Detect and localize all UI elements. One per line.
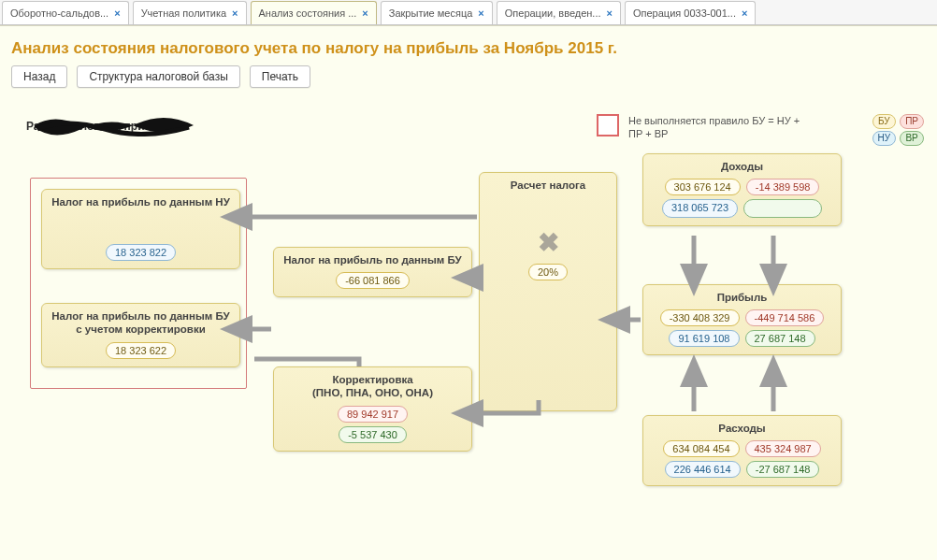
- legend-bu: БУ: [872, 114, 897, 129]
- value-bu: 634 084 454: [663, 440, 739, 457]
- value-pr: 89 942 917: [338, 406, 408, 423]
- value-nu: 226 446 614: [665, 461, 741, 478]
- block-calc[interactable]: Расчет налога ✖ 20%: [479, 172, 617, 411]
- rule-violated-icon: [597, 114, 619, 136]
- value-nu: 91 619 108: [669, 330, 739, 347]
- value-nu: 318 065 723: [662, 199, 738, 218]
- block-title: Налог на прибыль по данным БУ: [281, 253, 464, 266]
- rule-legend-text: Не выполняется правило БУ = НУ + ПР + ВР: [628, 114, 806, 141]
- block-tax-bu-corr[interactable]: Налог на прибыль по данным БУ с учетом к…: [41, 303, 240, 367]
- block-title: Налог на прибыль по данным БУ с учетом к…: [50, 309, 232, 337]
- value-bu: 18 323 622: [106, 342, 176, 359]
- page-title: Анализ состояния налогового учета по нал…: [0, 26, 937, 65]
- block-title: Доходы: [651, 160, 833, 173]
- tab-operatsii[interactable]: Операции, введен...×: [497, 1, 621, 24]
- close-icon[interactable]: ×: [742, 7, 747, 19]
- block-title: Расходы: [651, 422, 833, 435]
- tab-zakrytie[interactable]: Закрытие месяца×: [381, 1, 493, 24]
- block-title: Прибыль: [651, 291, 833, 304]
- close-icon[interactable]: ×: [478, 7, 483, 19]
- value-bu: -66 081 866: [336, 272, 410, 289]
- block-title: Расчет налога: [487, 179, 609, 192]
- value-pr: -449 714 586: [745, 309, 825, 326]
- tax-rate: 20%: [528, 264, 568, 280]
- tab-uchet-politika[interactable]: Учетная политика×: [133, 1, 247, 24]
- value-pr: 435 324 987: [745, 440, 821, 457]
- block-title: Корректировка (ПНО, ПНА, ОНО, ОНА): [281, 373, 464, 400]
- legend-pills: БУ ПР НУ ВР: [872, 114, 924, 146]
- value-vr: [743, 199, 822, 218]
- multiply-icon: ✖: [487, 227, 609, 258]
- close-icon[interactable]: ×: [114, 7, 120, 19]
- tab-analiz-active[interactable]: Анализ состояния ...×: [251, 1, 377, 24]
- tab-oborotno[interactable]: Оборотно-сальдов...×: [2, 1, 129, 24]
- block-title: Налог на прибыль по данным НУ: [50, 195, 232, 208]
- toolbar: Назад Структура налоговой базы Печать: [0, 65, 937, 95]
- print-button[interactable]: Печать: [250, 65, 310, 88]
- value-nu: 18 323 822: [106, 244, 176, 261]
- value-vr: -27 687 148: [746, 461, 820, 478]
- back-button[interactable]: Назад: [11, 65, 67, 88]
- diagram-canvas: Налог на прибыль по данным НУ 18 323 822…: [11, 142, 926, 544]
- structure-button[interactable]: Структура налоговой базы: [77, 65, 239, 88]
- close-icon[interactable]: ×: [607, 7, 613, 19]
- value-bu: 303 676 124: [665, 179, 741, 195]
- value-bu: -330 408 329: [660, 309, 740, 326]
- legend-pr: ПР: [900, 114, 924, 129]
- block-profit[interactable]: Прибыль -330 408 329 -449 714 586 91 619…: [642, 284, 842, 355]
- block-tax-nu[interactable]: Налог на прибыль по данным НУ 18 323 822: [41, 189, 240, 269]
- block-correction[interactable]: Корректировка (ПНО, ПНА, ОНО, ОНА) 89 94…: [273, 366, 472, 452]
- value-pr: -14 389 598: [746, 179, 820, 195]
- value-vr: 27 687 148: [745, 330, 815, 347]
- redaction-scribble: [30, 116, 198, 136]
- tab-bar: Оборотно-сальдов...× Учетная политика× А…: [0, 0, 937, 25]
- block-tax-bu[interactable]: Налог на прибыль по данным БУ -66 081 86…: [273, 247, 472, 297]
- close-icon[interactable]: ×: [362, 7, 368, 19]
- rule-legend: Не выполняется правило БУ = НУ + ПР + ВР: [597, 114, 806, 141]
- close-icon[interactable]: ×: [232, 7, 238, 19]
- value-vr: -5 537 430: [339, 426, 407, 443]
- block-income[interactable]: Доходы 303 676 124 -14 389 598 318 065 7…: [642, 153, 842, 226]
- tab-operatsiya-0033[interactable]: Операция 0033-001...×: [625, 1, 756, 24]
- block-expense[interactable]: Расходы 634 084 454 435 324 987 226 446 …: [642, 415, 842, 486]
